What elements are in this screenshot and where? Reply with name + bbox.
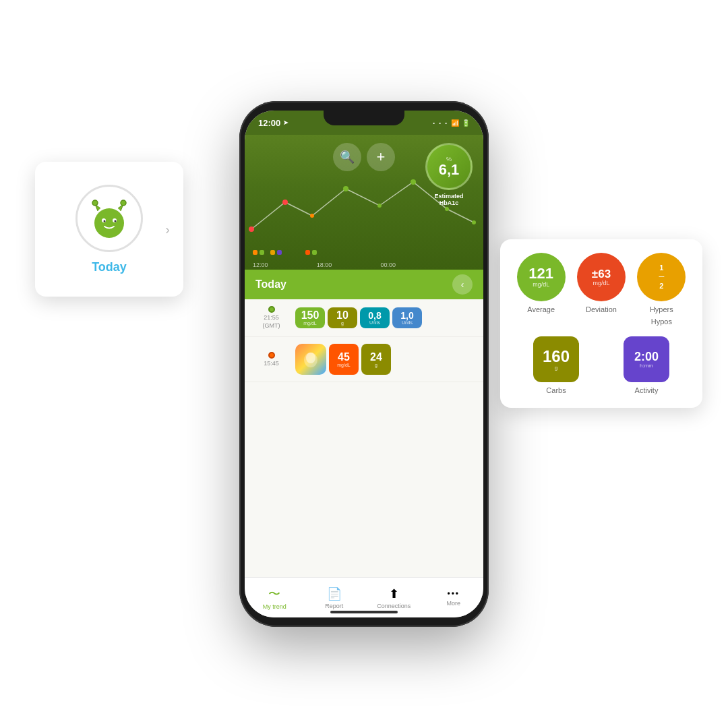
time-label-2: 18:00 — [317, 262, 332, 268]
today-card[interactable]: › Today — [35, 162, 183, 297]
today-card-icon — [75, 185, 143, 252]
color-dot-row — [253, 250, 282, 255]
stat-square-activity: 2:00 h:mm — [624, 336, 669, 382]
today-section-label: Today — [255, 278, 286, 291]
nav-report[interactable]: 📄 Report — [305, 586, 365, 609]
badge-carbs-2: 24 g — [361, 344, 391, 375]
stat-hypers-hypos: 1─2 Hypers Hypos — [637, 253, 686, 326]
carbs-value: 160 — [543, 348, 570, 365]
connections-icon: ⬆ — [389, 586, 399, 601]
add-button[interactable]: + — [367, 143, 395, 171]
svg-point-1 — [282, 200, 288, 205]
badge-insulin-1: 0,8 Units — [360, 307, 390, 328]
log-dot-green — [268, 306, 275, 313]
activity-unit: h:mm — [640, 363, 653, 369]
svg-point-15 — [92, 200, 98, 206]
log-items-1: 150 mg/dL 10 g 0,8 Units 1,0 — [295, 307, 475, 328]
nav-connections[interactable]: ⬆ Connections — [364, 586, 424, 609]
food-icon — [295, 344, 326, 375]
badge-carbs-1: 10 g — [328, 307, 357, 328]
log-time-2: 15:45 — [264, 360, 279, 368]
stat-circle-average: 121 mg/dL — [517, 253, 566, 301]
deviation-unit: mg/dL — [593, 280, 609, 286]
svg-point-14 — [115, 220, 117, 222]
nav-my-trend[interactable]: 〜 My trend — [245, 586, 305, 610]
nav-label-more: More — [446, 600, 460, 607]
log-time-1: 21:55(GMT) — [263, 314, 280, 330]
log-entry-2: 15:45 45 mg/dL — [245, 337, 483, 382]
average-unit: mg/dL — [533, 281, 549, 288]
stat-circle-deviation: ±63 mg/dL — [577, 253, 626, 301]
svg-point-7 — [472, 220, 476, 224]
search-button[interactable]: 🔍 — [333, 143, 361, 171]
graph-svg — [245, 169, 483, 256]
svg-point-4 — [377, 204, 382, 208]
today-section-header: Today ‹ — [245, 270, 483, 299]
phone-notch — [324, 111, 404, 125]
scene: 12:00 ➤ • • • 📶 🔋 🔍 + — [0, 0, 728, 728]
location-icon: ➤ — [283, 119, 289, 126]
status-icons: • • • 📶 🔋 — [433, 119, 470, 127]
stat-square-carbs: 160 g — [533, 336, 579, 382]
log-entry-1: 21:55(GMT) 150 mg/dL 10 g 0,8 — [245, 299, 483, 337]
trend-icon: 〜 — [268, 586, 280, 602]
log-items-2: 45 mg/dL 24 g — [295, 344, 475, 375]
report-icon: 📄 — [327, 586, 342, 601]
status-time-value: 12:00 — [258, 118, 280, 128]
badge-glucose-1: 150 mg/dL — [295, 307, 325, 328]
wifi-icon: 📶 — [451, 119, 459, 127]
stat-activity: 2:00 h:mm Activity — [624, 336, 669, 394]
log-dot-orange — [268, 352, 275, 359]
stat-deviation: ±63 mg/dL Deviation — [577, 253, 626, 313]
svg-point-10 — [94, 208, 124, 238]
battery-icon: 🔋 — [462, 119, 470, 127]
stat-circle-hypers: 1─2 — [637, 253, 686, 301]
average-label: Average — [527, 305, 555, 313]
nav-label-trend: My trend — [263, 603, 286, 610]
back-button[interactable]: ‹ — [452, 274, 473, 295]
badge-glucose-2: 45 mg/dL — [329, 344, 359, 375]
hypers-label-2: Hypos — [651, 317, 672, 326]
time-label-1: 12:00 — [253, 262, 268, 268]
log-timeline-1: 21:55(GMT) — [253, 306, 290, 330]
carbs-unit: g — [555, 365, 557, 371]
hypers-value: 1─2 — [659, 264, 664, 291]
home-indicator — [330, 611, 398, 613]
graph-area: 🔍 + % 6,1 Estimated HbA1c — [245, 135, 483, 270]
graph-controls: 🔍 + — [333, 143, 395, 171]
phone-screen: 12:00 ➤ • • • 📶 🔋 🔍 + — [245, 111, 483, 617]
nav-label-report: Report — [325, 603, 343, 609]
svg-point-3 — [343, 186, 348, 191]
stat-average: 121 mg/dL Average — [517, 253, 566, 313]
nav-more[interactable]: ••• More — [424, 589, 484, 607]
svg-point-16 — [121, 200, 126, 206]
svg-point-6 — [445, 207, 449, 211]
log-list: 21:55(GMT) 150 mg/dL 10 g 0,8 — [245, 299, 483, 577]
color-dot-row-2 — [305, 250, 317, 255]
phone-frame: 12:00 ➤ • • • 📶 🔋 🔍 + — [239, 101, 489, 627]
today-card-chevron: › — [165, 222, 170, 237]
today-card-label: Today — [92, 260, 127, 274]
time-label-3: 00:00 — [380, 262, 396, 268]
svg-point-5 — [411, 179, 416, 185]
deviation-label: Deviation — [586, 305, 617, 313]
graph-time-labels: 12:00 18:00 00:00 — [253, 262, 396, 268]
average-value: 121 — [528, 266, 553, 281]
nav-label-connections: Connections — [377, 603, 411, 609]
hypers-label-1: Hypers — [650, 305, 673, 313]
svg-point-13 — [104, 220, 106, 222]
stats-card: 121 mg/dL Average ±63 mg/dL Deviation 1─… — [500, 239, 702, 408]
badge-insulin-2: 1,0 Units — [392, 307, 422, 328]
activity-value: 2:00 — [634, 351, 659, 363]
svg-point-2 — [310, 214, 314, 218]
stat-carbs: 160 g Carbs — [533, 336, 579, 394]
more-icon: ••• — [447, 589, 460, 599]
svg-point-0 — [249, 226, 254, 232]
log-timeline-2: 15:45 — [253, 352, 290, 368]
carbs-label: Carbs — [546, 386, 566, 394]
dots-icon: • • • — [433, 120, 448, 126]
svg-point-9 — [306, 353, 315, 363]
stats-row-1: 121 mg/dL Average ±63 mg/dL Deviation 1─… — [511, 253, 692, 326]
status-time: 12:00 ➤ — [258, 118, 289, 128]
mascot-icon — [86, 195, 133, 242]
